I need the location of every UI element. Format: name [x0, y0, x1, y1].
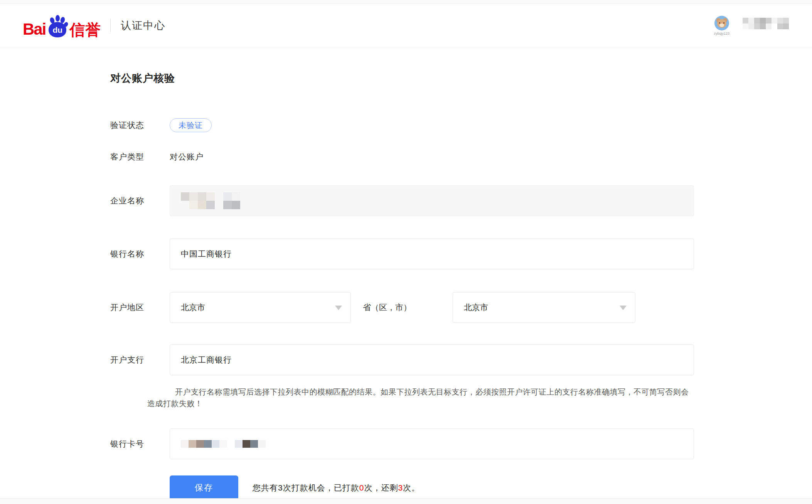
site-section-title: 认证中心	[121, 18, 165, 32]
status-label: 验证状态	[110, 120, 170, 131]
logo-text-bai: Bai	[23, 21, 45, 37]
note-mid: 次，还剩	[364, 483, 398, 492]
company-name-label: 企业名称	[110, 195, 170, 206]
card-number-redacted	[181, 440, 266, 448]
logo-text-xinyu: 信誉	[69, 22, 101, 37]
main-content: 对公账户核验 验证状态 未验证 客户类型 对公账户 企业名称 银行名称 开户地区…	[110, 71, 694, 500]
chevron-down-icon	[620, 306, 627, 310]
card-number-input[interactable]	[170, 428, 694, 459]
customer-type-label: 客户类型	[110, 151, 170, 162]
chevron-down-icon	[335, 306, 342, 310]
page-title: 对公账户核验	[110, 71, 694, 85]
baidu-xinyu-logo[interactable]: Bai du 信誉	[23, 13, 101, 37]
browser-top-strip	[0, 0, 812, 4]
bank-name-label: 银行名称	[110, 249, 170, 259]
note-paid-count: 0	[359, 483, 364, 492]
branch-hint-text: 开户支行名称需填写后选择下拉列表中的模糊匹配的结果。如果下拉列表无目标支行，必须…	[147, 386, 696, 409]
company-name-redacted	[181, 192, 240, 209]
region-mid-label: 省（区，市）	[363, 302, 411, 313]
province-select-value: 北京市	[181, 302, 205, 313]
account-name-redacted	[743, 18, 789, 29]
customer-type-row: 客户类型 对公账户	[110, 151, 694, 162]
region-row: 开户地区 北京市 省（区，市） 北京市	[110, 292, 694, 323]
save-row: 保存 您共有3次打款机会，已打款0次，还剩3次。	[110, 475, 694, 500]
note-suffix: 次。	[403, 483, 420, 492]
branch-input[interactable]	[170, 344, 694, 375]
company-name-row: 企业名称	[110, 185, 694, 216]
note-prefix: 您共有3次打款机会，已打款	[253, 483, 359, 492]
username-text: zybqjy123	[714, 32, 729, 35]
header-user-area[interactable]: zybqjy123	[714, 16, 789, 35]
user-avatar[interactable]	[714, 16, 729, 30]
header-divider	[110, 19, 111, 32]
branch-label: 开户支行	[110, 354, 170, 365]
card-number-row: 银行卡号	[110, 428, 694, 459]
status-row: 验证状态 未验证	[110, 118, 694, 132]
card-number-label: 银行卡号	[110, 438, 170, 449]
province-select[interactable]: 北京市	[170, 292, 351, 323]
bank-name-input[interactable]	[170, 239, 694, 269]
header: Bai du 信誉 认证中心 zybqjy123	[0, 4, 812, 47]
save-button[interactable]: 保存	[170, 475, 238, 500]
region-label: 开户地区	[110, 302, 170, 313]
bank-name-row: 银行名称	[110, 239, 694, 269]
page-footer-strip	[0, 498, 812, 504]
status-badge: 未验证	[170, 118, 212, 132]
city-select[interactable]: 北京市	[453, 292, 635, 323]
payment-attempts-note: 您共有3次打款机会，已打款0次，还剩3次。	[253, 482, 420, 493]
city-select-value: 北京市	[464, 302, 488, 313]
logo-text-du: du	[53, 26, 63, 34]
company-name-input[interactable]	[170, 185, 694, 216]
branch-row: 开户支行	[110, 344, 694, 375]
baidu-paw-icon: du	[47, 13, 68, 37]
customer-type-value: 对公账户	[170, 151, 204, 162]
note-remaining-count: 3	[398, 483, 403, 492]
